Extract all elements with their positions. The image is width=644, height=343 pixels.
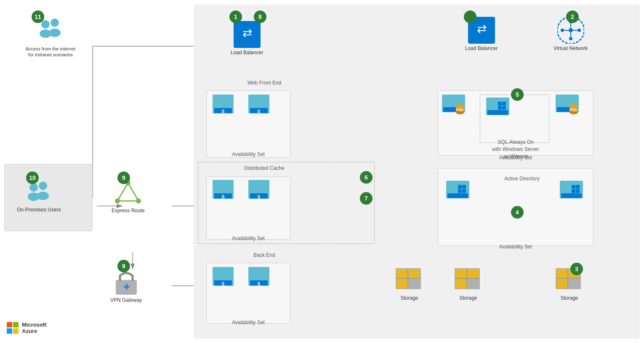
onprem-users-icon: On-Premises Users (17, 180, 61, 214)
svg-text:S: S (221, 109, 224, 114)
svg-point-105 (39, 182, 47, 190)
load-balancer-left: ⇄ Load Balancer (231, 21, 263, 56)
svg-rect-71 (447, 193, 468, 198)
badge-9a: 9 (117, 172, 130, 184)
badge-2: 2 (566, 11, 579, 23)
svg-rect-61 (502, 102, 506, 106)
sp-svg-1: S (213, 95, 236, 118)
sql-vm-right-svg: SQL (556, 95, 581, 118)
svg-rect-59 (487, 110, 508, 115)
svg-rect-73 (462, 185, 466, 189)
svg-point-112 (136, 198, 141, 203)
web-front-end-label: Web Front End (231, 80, 298, 86)
vpn-gateway-label: VPN Gateway (110, 297, 142, 304)
svg-rect-86 (409, 279, 420, 288)
ms-azure-logo: Microsoft Azure (7, 322, 47, 335)
storage-1: Storage (396, 268, 423, 302)
badge-10: 10 (26, 172, 39, 184)
svg-line-108 (128, 183, 138, 201)
ad-icon-right (560, 181, 585, 204)
sp-be-svg-2: S (248, 267, 271, 290)
express-route-svg (113, 181, 143, 206)
sp-cache-1: S (213, 180, 236, 203)
svg-rect-83 (397, 269, 408, 278)
svg-rect-100 (569, 279, 580, 288)
avail-label-1: Availability Set (206, 151, 290, 157)
svg-text:SQL: SQL (570, 108, 578, 112)
svg-point-45 (577, 29, 581, 32)
back-end-label: Back End (231, 252, 298, 258)
avail-label-sql: Availability Set (438, 155, 593, 161)
lb-left-svg: ⇄ (234, 21, 261, 48)
svg-text:S: S (221, 194, 224, 199)
svg-text:S: S (257, 109, 260, 114)
svg-rect-79 (576, 185, 580, 189)
avail-label-2: Availability Set (206, 235, 290, 241)
svg-rect-84 (409, 269, 420, 278)
vpn-svg: ✛ (112, 268, 141, 296)
sp-svg-2: S (248, 95, 271, 118)
active-directory-label: Active Directory (497, 176, 547, 182)
svg-text:⇄: ⇄ (476, 22, 486, 35)
badge-11: 11 (32, 11, 44, 23)
svg-point-111 (115, 198, 120, 203)
ws-svg (486, 98, 511, 121)
win-server-vm (486, 98, 511, 121)
badge-1: 1 (229, 11, 242, 23)
svg-rect-99 (556, 279, 568, 288)
storage-2: Storage (455, 268, 482, 302)
svg-text:✛: ✛ (123, 283, 129, 291)
svg-rect-93 (468, 279, 479, 288)
dist-cache-label: Distributed Cache (231, 165, 298, 171)
lb-left-label: Load Balancer (231, 50, 263, 56)
sp-cache-2: S (248, 180, 271, 203)
badge-8: 8 (254, 11, 266, 23)
sp-icon-2: S (248, 95, 271, 118)
sql-vm-left-svg: SQL (442, 95, 467, 118)
diagram-container: 11 Access from the internet for extranet… (0, 0, 644, 343)
svg-point-43 (569, 28, 573, 32)
svg-text:SQL: SQL (456, 108, 464, 112)
svg-rect-92 (455, 279, 467, 288)
sp-cache-svg-2: S (248, 180, 271, 203)
svg-rect-74 (458, 189, 462, 193)
sql-vm-right: SQL (556, 95, 581, 118)
svg-rect-91 (468, 269, 479, 278)
ad-svg-right (560, 181, 585, 204)
avail-label-3: Availability Set (206, 319, 290, 325)
avail-label-ad: Availability Set (438, 244, 593, 250)
virtual-network-label: Virtual Network (554, 45, 588, 52)
ad-svg-left (446, 181, 471, 204)
badge-5: 5 (511, 88, 524, 101)
storage-svg-1 (396, 268, 423, 293)
badge-7: 7 (360, 192, 373, 205)
svg-text:S: S (257, 194, 260, 199)
svg-rect-90 (455, 269, 467, 278)
sp-icon-1: S (213, 95, 236, 118)
vpn-gateway-icon: ✛ VPN Gateway (110, 268, 142, 304)
badge-lb-right (464, 11, 476, 23)
sp-backend-2: S (248, 267, 271, 290)
svg-rect-60 (498, 102, 502, 106)
storage-svg-2 (455, 268, 482, 293)
sp-be-svg-1: S (213, 267, 236, 290)
svg-point-47 (569, 37, 572, 40)
svg-line-107 (117, 183, 128, 201)
svg-rect-63 (502, 106, 506, 110)
ms-squares (7, 322, 19, 334)
ms-sq-yellow (13, 328, 19, 334)
ms-sq-red (7, 322, 12, 327)
sp-backend-1: S (213, 267, 236, 290)
svg-rect-80 (572, 189, 575, 193)
ms-sq-green (13, 322, 19, 327)
badge-4: 4 (511, 206, 524, 219)
svg-text:S: S (221, 281, 224, 286)
access-internet-label: Access from the internet for extranet sc… (25, 46, 76, 58)
onprem-svg (22, 180, 56, 205)
ms-azure-text: Microsoft Azure (22, 322, 47, 335)
svg-rect-75 (462, 189, 466, 193)
sp-cache-svg-1: S (213, 180, 236, 203)
svg-point-44 (561, 29, 564, 32)
svg-point-106 (37, 192, 49, 200)
svg-point-18 (51, 18, 59, 27)
